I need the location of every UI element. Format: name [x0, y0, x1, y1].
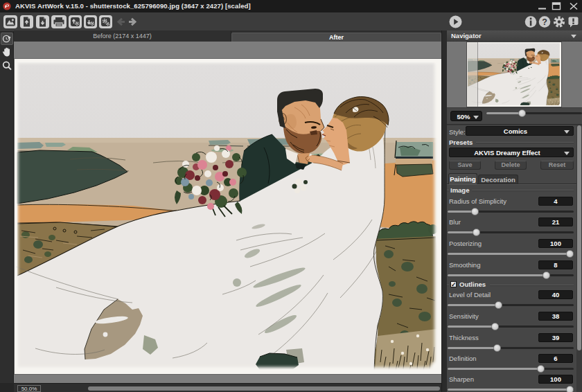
undo-icon[interactable] [116, 17, 125, 27]
panel-scrollbar-thumb[interactable] [577, 125, 581, 350]
slider-knob[interactable] [491, 323, 499, 330]
navigator-collapse-icon[interactable] [571, 35, 576, 38]
param-label-definition: Definition [449, 355, 477, 362]
statusbar-zoom-value[interactable]: 50.0% [17, 385, 41, 392]
param-slider-thickness[interactable] [448, 344, 574, 352]
view-tabbar: Before (2174 x 1447) After [14, 30, 441, 42]
param-value-sharpen[interactable]: 100 [538, 375, 573, 384]
param-slider-blur[interactable] [448, 229, 574, 236]
param-row-smoothing: Smoothing8 [447, 260, 574, 281]
zoom-tool[interactable] [1, 60, 13, 72]
feedback-icon[interactable] [567, 15, 579, 28]
hand-tool[interactable] [1, 46, 13, 58]
param-value-level-of-detail[interactable]: 40 [538, 290, 573, 299]
corner-block [0, 383, 14, 392]
param-slider-sharpen[interactable] [448, 386, 574, 392]
slider-fill [448, 304, 499, 306]
param-slider-smoothing[interactable] [448, 271, 574, 279]
param-row-radius-of-simplicity: Radius of Simplicity4 [447, 197, 574, 217]
param-label-level-of-detail: Level of Detail [449, 291, 491, 299]
tab-after[interactable]: After [231, 33, 441, 42]
statusbar: 50.0% [14, 383, 441, 392]
image-line-left [447, 190, 449, 190]
param-slider-definition[interactable] [448, 365, 574, 373]
image-section-label: Image [450, 186, 469, 194]
slider-knob[interactable] [518, 109, 526, 117]
outlines-section-line [490, 285, 574, 285]
about-icon[interactable] [524, 15, 537, 28]
help-icon[interactable]: ? [538, 15, 551, 28]
style-dropdown[interactable]: Comics [466, 126, 574, 136]
param-slider-posterizing[interactable] [448, 250, 574, 258]
param-value-radius-of-simplicity[interactable]: 4 [538, 197, 573, 206]
slider-fill [448, 326, 495, 328]
zoom-select[interactable]: 50% [450, 111, 482, 121]
panel-scrollbar[interactable] [576, 125, 582, 392]
tab-painting[interactable]: Painting [448, 173, 477, 184]
slider-knob[interactable] [566, 250, 574, 258]
delete-preset-button[interactable]: Delete [495, 161, 527, 170]
slider-knob[interactable] [471, 208, 479, 215]
run-icon[interactable] [449, 15, 462, 28]
toolbar: ? [0, 12, 582, 32]
param-value-sensitivity[interactable]: 38 [538, 312, 573, 321]
horizontal-scrollbar[interactable] [88, 386, 440, 391]
slider-fill [486, 112, 522, 114]
zoom-slider[interactable] [486, 109, 582, 123]
param-value-smoothing[interactable]: 8 [538, 260, 573, 269]
reset-preset-button[interactable]: Reset [540, 161, 574, 170]
slider-knob[interactable] [543, 271, 550, 279]
navigator-header[interactable]: Navigator [447, 30, 582, 42]
window-title: AKVIS ArtWork v.15.0 - shutterstock_6257… [15, 2, 251, 10]
save-preset-button[interactable]: Save [449, 161, 481, 170]
minimize-button[interactable] [535, 0, 550, 12]
zoom-dropdown-icon [473, 116, 479, 119]
param-slider-radius-of-simplicity[interactable] [448, 208, 574, 215]
tab-before[interactable]: Before (2174 x 1447) [14, 31, 231, 42]
slider-knob[interactable] [473, 229, 480, 236]
outlines-line-left [447, 285, 449, 285]
batch-processing-icon[interactable] [99, 15, 112, 28]
preferences-gear-icon[interactable] [552, 15, 566, 29]
navigator-thumbnail[interactable] [467, 42, 561, 107]
param-row-sensitivity: Sensitivity38 [447, 312, 574, 332]
preset-dropdown[interactable]: AKVIS Dreamy Effect [449, 148, 574, 157]
close-button[interactable] [566, 0, 581, 12]
preset-dropdown-icon [564, 152, 570, 155]
svg-text:?: ? [542, 17, 547, 27]
save-file-icon[interactable] [36, 15, 49, 28]
import-presets-icon[interactable] [69, 15, 82, 28]
open-image-icon[interactable] [3, 15, 17, 28]
slider-knob[interactable] [495, 301, 502, 309]
param-slider-level-of-detail[interactable] [448, 301, 574, 309]
import-file-icon[interactable] [20, 15, 33, 28]
image-canvas[interactable] [14, 42, 441, 383]
navigator-zoom-row: 50% [447, 109, 582, 125]
slider-knob[interactable] [537, 365, 545, 373]
param-slider-sensitivity[interactable] [448, 323, 574, 330]
param-value-thickness[interactable]: 39 [538, 333, 573, 342]
maximize-button[interactable] [549, 0, 564, 12]
redo-icon[interactable] [128, 17, 138, 27]
param-value-blur[interactable]: 21 [538, 217, 573, 226]
slider-knob[interactable] [493, 344, 501, 352]
quick-preview-tool[interactable] [1, 33, 13, 45]
akvis-logo-icon [3, 2, 11, 10]
navigator-title: Navigator [451, 32, 482, 39]
tab-decoration[interactable]: Decoration [478, 175, 518, 184]
panel-splitter[interactable] [441, 30, 447, 392]
param-value-posterizing[interactable]: 100 [538, 239, 573, 248]
param-row-level-of-detail: Level of Detail40 [447, 290, 574, 311]
presets-section-label: Presets [449, 139, 473, 146]
slider-knob[interactable] [566, 386, 574, 392]
param-value-definition[interactable]: 6 [538, 354, 573, 363]
slider-fill [448, 347, 497, 349]
titlebar: AKVIS ArtWork v.15.0 - shutterstock_6257… [0, 0, 582, 12]
param-row-sharpen: Sharpen100 [447, 375, 574, 392]
export-presets-icon[interactable] [84, 15, 97, 28]
print-icon[interactable] [51, 15, 67, 28]
style-dropdown-icon [564, 130, 570, 134]
outlines-checkbox[interactable]: ✓ [450, 281, 457, 287]
param-row-definition: Definition6 [447, 354, 574, 375]
param-row-posterizing: Posterizing100 [447, 239, 574, 260]
